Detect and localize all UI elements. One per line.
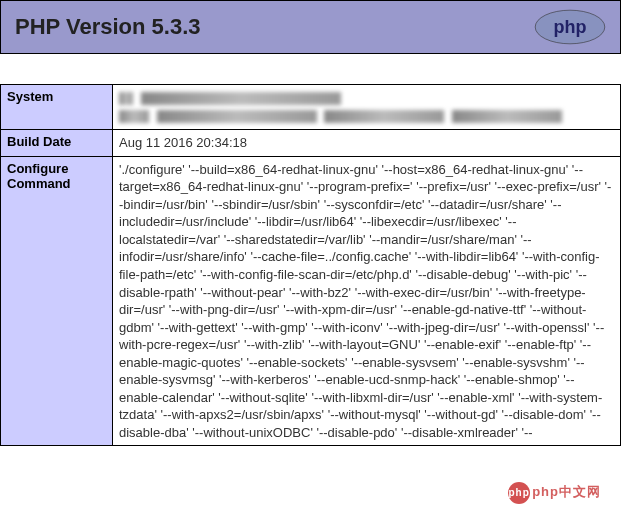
phpinfo-table: System Build Date Aug 11 2016 20:34:18 C…	[0, 84, 621, 446]
phpinfo-header: PHP Version 5.3.3 php	[0, 0, 621, 54]
redacted-text	[141, 92, 341, 105]
redacted-text	[157, 110, 317, 123]
build-date-value: Aug 11 2016 20:34:18	[113, 130, 621, 157]
build-date-label: Build Date	[1, 130, 113, 157]
configure-value: './configure' '--build=x86_64-redhat-lin…	[113, 156, 621, 446]
redacted-text	[119, 110, 149, 123]
configure-label: Configure Command	[1, 156, 113, 446]
table-row-system: System	[1, 85, 621, 130]
redacted-text	[119, 92, 133, 105]
system-value	[113, 85, 621, 130]
table-row-configure: Configure Command './configure' '--build…	[1, 156, 621, 446]
redacted-text	[452, 110, 562, 123]
system-label: System	[1, 85, 113, 130]
page-title: PHP Version 5.3.3	[15, 14, 200, 40]
redacted-text	[324, 110, 444, 123]
php-logo: php	[534, 9, 606, 45]
table-row-build-date: Build Date Aug 11 2016 20:34:18	[1, 130, 621, 157]
svg-text:php: php	[554, 17, 587, 37]
